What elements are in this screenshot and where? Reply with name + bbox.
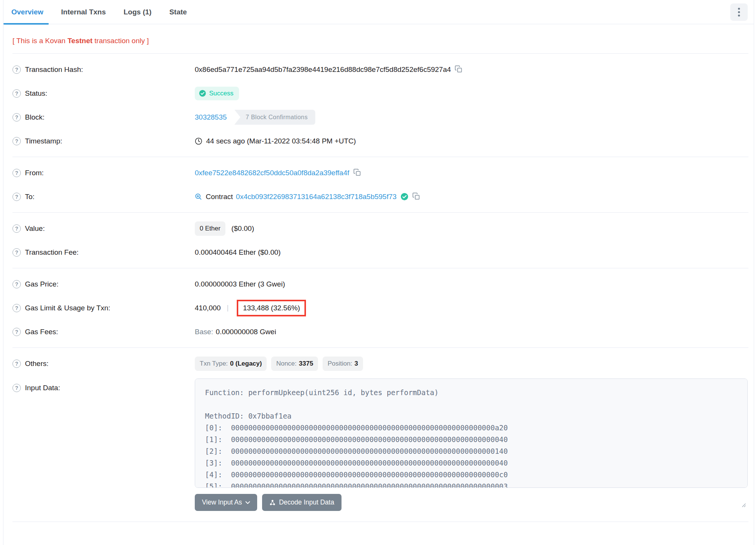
tab-state[interactable]: State	[169, 0, 187, 24]
badge-value: 3	[354, 360, 358, 367]
help-icon[interactable]: ?	[12, 328, 21, 336]
view-input-as-button[interactable]: View Input As	[195, 494, 257, 511]
decode-icon	[269, 499, 276, 506]
help-icon[interactable]: ?	[12, 89, 21, 98]
row-gas-price: ? Gas Price: 0.000000003 Ether (3 Gwei)	[12, 272, 748, 296]
footer-space	[12, 522, 748, 533]
row-transaction-fee: ? Transaction Fee: 0.000400464 Ether ($0…	[12, 240, 748, 264]
testnet-notice: [ This is a Kovan Testnet transaction on…	[12, 24, 748, 53]
help-icon[interactable]: ?	[12, 248, 21, 257]
gas-limit-value: 410,000	[195, 304, 221, 312]
tab-overview[interactable]: Overview	[11, 0, 43, 24]
field-label: To:	[25, 193, 34, 201]
block-number-link[interactable]: 30328535	[195, 113, 227, 121]
section-value: ? Value: 0 Ether ($0.00) ? Transaction F…	[12, 213, 748, 268]
status-text: Success	[209, 90, 233, 97]
ether-value-badge: 0 Ether	[195, 221, 225, 236]
gas-price-value: 0.000000003 Ether (3 Gwei)	[195, 280, 285, 288]
more-options-button[interactable]	[730, 3, 748, 21]
check-circle-icon	[199, 90, 206, 97]
help-icon[interactable]: ?	[12, 65, 21, 74]
row-value: ? Value: 0 Ether ($0.00)	[12, 216, 748, 240]
row-block: ? Block: 30328535 7 Block Confirmations	[12, 105, 748, 129]
verified-check-icon	[401, 193, 408, 201]
field-label: Value:	[25, 224, 45, 233]
help-icon[interactable]: ?	[12, 304, 21, 312]
field-label: Transaction Hash:	[25, 65, 83, 74]
row-timestamp: ? Timestamp: 44 secs ago (Mar-11-2022 03…	[12, 129, 748, 153]
notice-prefix: [ This is a Kovan	[12, 37, 67, 45]
notice-bold: Testnet	[67, 37, 92, 45]
base-fee-label: Base:	[195, 328, 213, 336]
row-gas-limit-usage: ? Gas Limit & Usage by Txn: 410,000 | 13…	[12, 296, 748, 320]
chevron-down-icon	[245, 501, 250, 504]
txn-type-badge: Txn Type: 0 (Legacy)	[195, 357, 267, 371]
separator-bar: |	[227, 304, 229, 312]
help-icon[interactable]: ?	[12, 169, 21, 177]
input-data-textarea[interactable]: Function: performUpkeep(uint256 id, byte…	[195, 378, 748, 488]
row-status: ? Status: Success	[12, 81, 748, 105]
transaction-fee-value: 0.000400464 Ether ($0.00)	[195, 248, 281, 257]
field-label: From:	[25, 169, 44, 177]
to-type-label: Contract	[206, 193, 233, 201]
badge-value: 3375	[299, 360, 313, 367]
help-icon[interactable]: ?	[12, 193, 21, 201]
gas-usage-value: 133,488 (32.56%)	[243, 304, 300, 312]
badge-value: 0 (Legacy)	[230, 360, 262, 367]
copy-to-button[interactable]	[412, 192, 420, 201]
row-transaction-hash: ? Transaction Hash: 0x86ed5a771e725aa94d…	[12, 58, 748, 81]
clock-icon	[195, 137, 202, 145]
kebab-icon	[738, 7, 740, 17]
block-confirmations-badge: 7 Block Confirmations	[234, 110, 315, 125]
usd-value: ($0.00)	[231, 224, 254, 233]
field-label: Gas Price:	[25, 280, 59, 288]
help-icon[interactable]: ?	[12, 137, 21, 145]
copy-icon	[353, 168, 361, 178]
transaction-card: Overview Internal Txns Logs (1) State [ …	[3, 0, 754, 545]
field-label: Input Data:	[25, 384, 60, 392]
copy-icon	[455, 65, 463, 74]
timestamp-value: 44 secs ago (Mar-11-2022 03:54:48 PM +UT…	[206, 137, 356, 145]
card-header: Overview Internal Txns Logs (1) State	[3, 0, 754, 24]
card-body: [ This is a Kovan Testnet transaction on…	[3, 24, 754, 533]
section-addresses: ? From: 0xfee7522e8482682cf50ddc50a0f8da…	[12, 157, 748, 212]
decode-input-data-label: Decode Input Data	[279, 498, 334, 506]
help-icon[interactable]: ?	[12, 113, 21, 121]
annotation-highlight-box: 133,488 (32.56%)	[237, 300, 306, 316]
field-label: Others:	[25, 360, 48, 368]
status-badge: Success	[195, 87, 239, 100]
badge-label: Txn Type:	[200, 360, 228, 367]
badge-label: Nonce:	[276, 360, 297, 367]
base-fee-value: 0.000000008 Gwei	[216, 328, 276, 336]
input-data-actions: View Input As Decode Input Data	[195, 494, 748, 511]
to-address-link[interactable]: 0x4cb093f226983713164a62138c3f718a5b595f…	[236, 193, 397, 201]
row-to: ? To: Contract 0x4cb093f226983713164a621…	[12, 185, 748, 209]
field-label: Status:	[25, 89, 47, 98]
field-label: Block:	[25, 113, 45, 121]
row-gas-fees: ? Gas Fees: Base: 0.000000008 Gwei	[12, 320, 748, 344]
badge-label: Position:	[328, 360, 352, 367]
help-icon[interactable]: ?	[12, 360, 21, 368]
help-icon[interactable]: ?	[12, 280, 21, 288]
transaction-hash-value: 0x86ed5a771e725aa94d5b7fa2398e4419e216d8…	[195, 65, 451, 74]
field-label: Gas Limit & Usage by Txn:	[25, 304, 110, 312]
tab-bar: Overview Internal Txns Logs (1) State	[11, 0, 187, 24]
position-badge: Position: 3	[323, 357, 363, 371]
copy-icon	[412, 192, 420, 201]
search-plus-icon[interactable]	[195, 193, 202, 200]
field-label: Timestamp:	[25, 137, 62, 145]
tab-internal-txns[interactable]: Internal Txns	[61, 0, 106, 24]
help-icon[interactable]: ?	[12, 224, 21, 233]
copy-hash-button[interactable]	[455, 65, 463, 74]
tab-logs[interactable]: Logs (1)	[124, 0, 152, 24]
copy-from-button[interactable]	[353, 168, 361, 178]
section-summary: ? Transaction Hash: 0x86ed5a771e725aa94d…	[12, 54, 748, 157]
field-label: Transaction Fee:	[25, 248, 79, 257]
decode-input-data-button[interactable]: Decode Input Data	[262, 494, 342, 511]
row-others: ? Others: Txn Type: 0 (Legacy) Nonce: 33…	[12, 352, 748, 375]
nonce-badge: Nonce: 3375	[271, 357, 318, 371]
notice-suffix: transaction only ]	[93, 37, 149, 45]
section-gas: ? Gas Price: 0.000000003 Ether (3 Gwei) …	[12, 268, 748, 347]
from-address-link[interactable]: 0xfee7522e8482682cf50ddc50a0f8da2a39effa…	[195, 169, 349, 177]
help-icon[interactable]: ?	[12, 384, 21, 392]
